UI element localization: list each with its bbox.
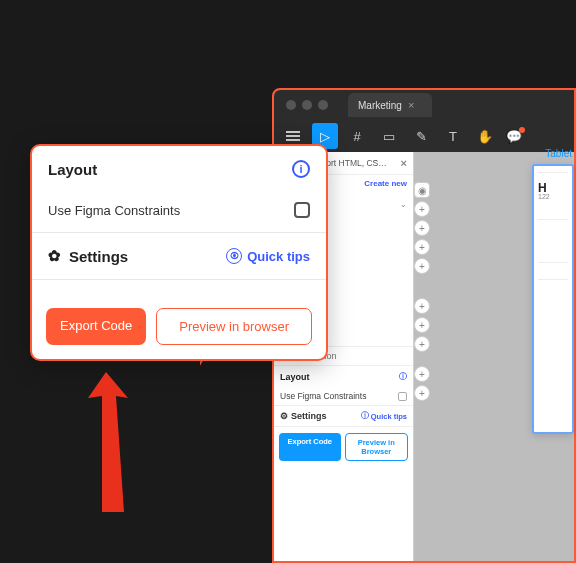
- constraints-label: Use Figma Constraints: [48, 203, 180, 218]
- export-code-button[interactable]: Export Code: [46, 308, 146, 345]
- export-code-button[interactable]: Export Code: [279, 433, 341, 461]
- settings-label: Settings: [291, 411, 327, 421]
- close-icon[interactable]: ×: [401, 157, 407, 169]
- comment-tool-icon[interactable]: 💬: [504, 123, 530, 149]
- layout-label: Layout: [280, 372, 310, 382]
- quick-tips-link[interactable]: ⓘ Quick tips: [361, 411, 407, 421]
- constraints-label: Use Figma Constraints: [280, 391, 366, 401]
- gear-icon: ✿: [48, 247, 61, 265]
- chevron-down-icon: ⌄: [400, 200, 407, 209]
- info-icon[interactable]: ⓘ: [399, 371, 407, 382]
- preview-browser-button[interactable]: Preview in Browser: [345, 433, 409, 461]
- layout-title: Layout: [48, 161, 97, 178]
- canvas-text: 122: [538, 193, 568, 199]
- add-item-button[interactable]: +: [414, 220, 430, 236]
- arrow-annotation: [78, 372, 158, 542]
- constraints-checkbox[interactable]: [294, 202, 310, 218]
- frame-label[interactable]: Tablet: [545, 148, 572, 159]
- add-item-button[interactable]: +: [414, 239, 430, 255]
- settings-row[interactable]: ⚙ Settings ⓘ Quick tips: [274, 405, 413, 427]
- add-item-button[interactable]: +: [414, 298, 430, 314]
- add-item-button[interactable]: +: [414, 317, 430, 333]
- quick-tips-link[interactable]: ⦿ Quick tips: [226, 248, 310, 264]
- notification-badge: [519, 127, 525, 133]
- settings-title: Settings: [69, 248, 128, 265]
- text-tool-icon[interactable]: T: [440, 123, 466, 149]
- constraints-row: Use Figma Constraints: [32, 192, 326, 233]
- canvas-frame[interactable]: H 122: [532, 164, 574, 434]
- hand-tool-icon[interactable]: ✋: [472, 123, 498, 149]
- add-item-button[interactable]: +: [414, 258, 430, 274]
- add-item-button[interactable]: +: [414, 366, 430, 382]
- frame-tool-icon[interactable]: #: [344, 123, 370, 149]
- add-item-button[interactable]: +: [414, 336, 430, 352]
- add-item-button[interactable]: ◉: [414, 182, 430, 198]
- gear-icon: ⚙: [280, 411, 288, 421]
- bulb-icon: ⓘ: [361, 411, 369, 421]
- window-titlebar: Marketing ×: [274, 90, 574, 120]
- tab-label: Marketing: [358, 100, 402, 111]
- plugin-footer-buttons: Export Code Preview in Browser: [274, 427, 413, 467]
- svg-marker-0: [88, 372, 128, 512]
- constraints-checkbox[interactable]: [398, 392, 407, 401]
- layout-header: Layout i: [32, 146, 326, 192]
- layout-section-header: Layout ⓘ: [274, 365, 413, 387]
- add-item-button[interactable]: +: [414, 201, 430, 217]
- pen-tool-icon[interactable]: ✎: [408, 123, 434, 149]
- add-item-button[interactable]: +: [414, 385, 430, 401]
- preview-browser-button[interactable]: Preview in browser: [156, 308, 312, 345]
- document-tab[interactable]: Marketing ×: [348, 93, 432, 117]
- window-control-dot[interactable]: [302, 100, 312, 110]
- canvas-heading: H: [538, 181, 568, 191]
- bulb-icon: ⦿: [226, 248, 242, 264]
- close-icon[interactable]: ×: [408, 99, 414, 111]
- zoomed-popout-card: Layout i Use Figma Constraints ✿ Setting…: [30, 144, 328, 361]
- popout-footer: Export Code Preview in browser: [32, 280, 326, 359]
- window-control-dot[interactable]: [318, 100, 328, 110]
- settings-row[interactable]: ✿ Settings ⦿ Quick tips: [32, 233, 326, 280]
- shape-tool-icon[interactable]: ▭: [376, 123, 402, 149]
- info-icon[interactable]: i: [292, 160, 310, 178]
- window-control-dot[interactable]: [286, 100, 296, 110]
- constraints-row: Use Figma Constraints: [274, 387, 413, 405]
- add-item-column: ◉ + + + + + + + + +: [414, 182, 436, 401]
